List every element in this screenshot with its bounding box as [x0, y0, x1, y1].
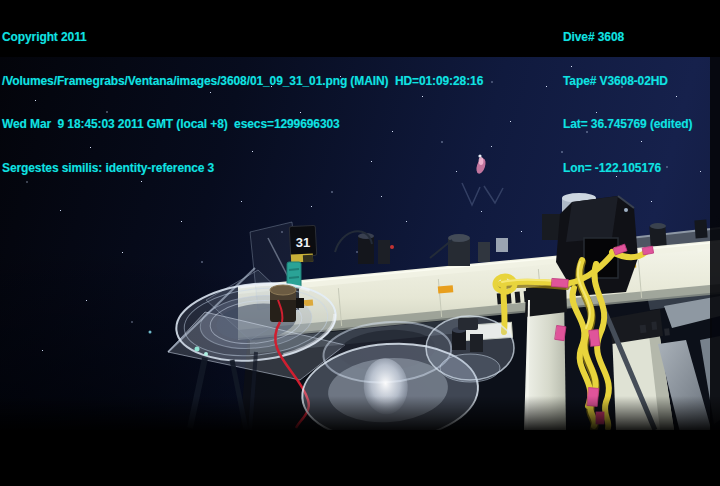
overlay-telemetry: Depth= 365.18 m Temp= 6.605 C Sal= 34.19… [2, 460, 466, 486]
annotation-line: Sergestes similis: identity-reference 3 [2, 161, 483, 176]
filepath-line: /Volumes/Framegrabs/Ventana/images/3608/… [2, 74, 483, 89]
framegrab-window: 31 [0, 0, 720, 486]
longitude-value: Lon= -122.105176 [563, 161, 692, 176]
tape-number: Tape# V3608-02HD [563, 74, 692, 89]
numbered-tag: 31 [289, 225, 317, 262]
bottom-fade [0, 396, 720, 434]
warning-sticker [438, 285, 454, 293]
latitude-value: Lat= 36.745769 (edited) [563, 117, 692, 132]
right-edge-shadow [710, 56, 720, 436]
overlay-top-left: Copyright 2011 /Volumes/Framegrabs/Venta… [2, 1, 483, 204]
dive-number: Dive# 3608 [563, 30, 692, 45]
overlay-top-right: Dive# 3608 Tape# V3608-02HD Lat= 36.7457… [563, 1, 692, 204]
tag-number-label: 31 [296, 235, 310, 250]
copyright-line: Copyright 2011 [2, 30, 483, 45]
datetime-line: Wed Mar 9 18:45:03 2011 GMT (local +8) e… [2, 117, 483, 132]
